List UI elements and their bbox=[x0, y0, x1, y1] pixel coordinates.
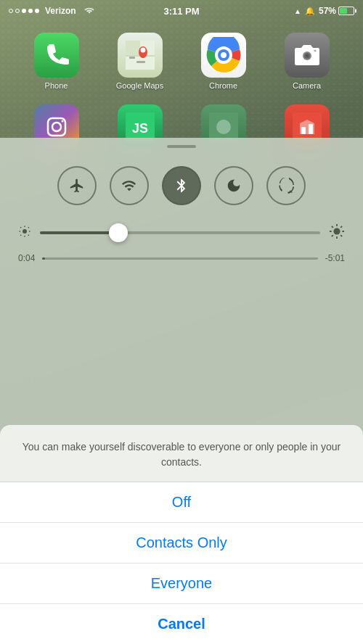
brightness-min-icon bbox=[18, 225, 31, 241]
svg-rect-24 bbox=[309, 124, 313, 134]
alarm-icon: 🔔 bbox=[305, 7, 315, 16]
status-bar: Verizon 3:11 PM ▲ 🔔 57% bbox=[0, 0, 363, 22]
brightness-max-icon bbox=[329, 223, 345, 242]
media-fill bbox=[42, 257, 45, 260]
app-chrome-icon bbox=[201, 33, 246, 78]
signal-dot-2 bbox=[15, 9, 20, 13]
drag-handle[interactable] bbox=[167, 145, 196, 148]
battery-fill bbox=[340, 8, 347, 14]
app-maps-icon bbox=[118, 33, 163, 78]
brightness-fill bbox=[40, 231, 118, 234]
signal-dot-4 bbox=[28, 9, 33, 13]
app-chrome-label: Chrome bbox=[209, 81, 237, 90]
status-left: Verizon bbox=[9, 6, 95, 17]
svg-point-6 bbox=[140, 48, 145, 53]
signal-dot-1 bbox=[9, 9, 13, 13]
svg-rect-23 bbox=[301, 127, 306, 134]
airdrop-option-contacts-only[interactable]: Contacts Only bbox=[0, 523, 363, 564]
app-maps-label: Google Maps bbox=[116, 81, 163, 90]
carrier-label: Verizon bbox=[45, 6, 76, 16]
status-right: ▲ 🔔 57% bbox=[294, 6, 354, 16]
battery-indicator: 57% bbox=[319, 6, 354, 16]
signal-dot-3 bbox=[22, 9, 26, 13]
airdrop-option-everyone[interactable]: Everyone bbox=[0, 564, 363, 604]
brightness-slider-row bbox=[0, 212, 363, 253]
battery-percent: 57% bbox=[319, 6, 336, 16]
svg-rect-3 bbox=[136, 61, 145, 63]
svg-text:JS: JS bbox=[131, 121, 147, 136]
svg-point-10 bbox=[221, 52, 227, 58]
media-remaining-time: -5:01 bbox=[325, 253, 345, 263]
svg-point-21 bbox=[216, 120, 231, 134]
svg-rect-2 bbox=[129, 57, 135, 59]
app-camera-label: Camera bbox=[293, 81, 321, 90]
rotation-lock-toggle[interactable] bbox=[266, 166, 306, 205]
wifi-toggle[interactable] bbox=[110, 166, 149, 205]
app-maps[interactable]: Google Maps bbox=[111, 33, 169, 90]
svg-point-26 bbox=[333, 228, 340, 234]
airdrop-dialog-overlay: You can make yourself discoverable to ev… bbox=[0, 425, 363, 644]
airdrop-option-off[interactable]: Off bbox=[0, 482, 363, 523]
app-phone-icon bbox=[34, 33, 79, 78]
brightness-track[interactable] bbox=[40, 231, 320, 234]
media-row: 0:04 -5:01 bbox=[0, 253, 363, 263]
home-screen: Verizon 3:11 PM ▲ 🔔 57% bbox=[0, 0, 363, 644]
media-track[interactable] bbox=[42, 257, 317, 260]
signal-strength bbox=[9, 9, 39, 13]
media-current-time: 0:04 bbox=[18, 253, 35, 263]
bluetooth-toggle[interactable] bbox=[162, 166, 201, 205]
battery-icon bbox=[338, 7, 354, 15]
app-row-1: Phone Google Maps bbox=[15, 33, 348, 90]
airdrop-message: You can make yourself discoverable to ev… bbox=[0, 425, 363, 482]
app-camera[interactable]: Camera bbox=[278, 33, 336, 90]
status-time: 3:11 PM bbox=[163, 6, 199, 17]
airdrop-cancel-button[interactable]: Cancel bbox=[0, 604, 363, 644]
location-icon: ▲ bbox=[294, 7, 301, 15]
svg-rect-1 bbox=[126, 41, 140, 55]
svg-point-17 bbox=[61, 120, 63, 123]
airplane-mode-toggle[interactable] bbox=[57, 166, 97, 205]
app-phone-label: Phone bbox=[45, 81, 68, 90]
svg-point-25 bbox=[23, 229, 27, 234]
svg-point-16 bbox=[52, 123, 61, 131]
app-chrome[interactable]: Chrome bbox=[195, 33, 253, 90]
toggle-row bbox=[0, 159, 363, 212]
app-camera-icon bbox=[285, 33, 330, 78]
signal-dot-5 bbox=[35, 9, 39, 13]
app-phone[interactable]: Phone bbox=[28, 33, 86, 90]
airdrop-dialog: You can make yourself discoverable to ev… bbox=[0, 425, 363, 644]
wifi-status-icon bbox=[83, 6, 95, 17]
do-not-disturb-toggle[interactable] bbox=[214, 166, 253, 205]
svg-point-14 bbox=[314, 50, 316, 52]
svg-point-13 bbox=[306, 54, 309, 57]
brightness-thumb[interactable] bbox=[109, 223, 128, 242]
